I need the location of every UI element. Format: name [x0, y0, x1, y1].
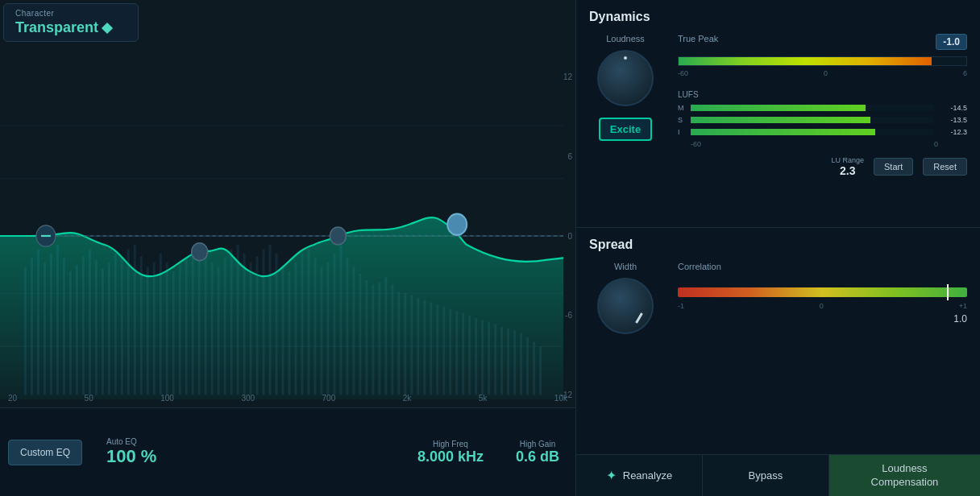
true-peak-meter: [678, 56, 967, 66]
lufs-i-letter: I: [678, 128, 686, 136]
svg-point-90: [330, 227, 346, 245]
lufs-i-fill: [691, 129, 875, 135]
left-panel: Character Transparent 12 6 0 -6 -12: [0, 0, 576, 496]
character-diamond-icon[interactable]: [102, 22, 113, 33]
lufs-m-bar: [691, 105, 933, 111]
main-container: Character Transparent 12 6 0 -6 -12: [0, 0, 980, 496]
loudness-comp-button[interactable]: LoudnessCompensation: [829, 455, 980, 496]
dynamics-section: Dynamics Loudness Excite True Peak: [576, 0, 980, 228]
knob-indicator: [624, 56, 627, 60]
character-header: Character Transparent: [3, 3, 139, 42]
lufs-row-m: M -14.5: [678, 104, 967, 112]
loudness-knob[interactable]: [597, 50, 654, 106]
correlation-meter: [678, 287, 967, 297]
width-knob-container: [597, 278, 654, 334]
lufs-m-value: -14.5: [938, 104, 967, 112]
lufs-m-fill: [691, 105, 866, 111]
lu-range-value: 2.3: [840, 164, 855, 177]
reanalyze-label: Reanalyze: [623, 469, 672, 482]
high-freq-label: High Freq: [433, 440, 468, 448]
true-peak-header: True Peak -1.0: [678, 34, 967, 50]
correlation-column: Correlation -1 0 +1 1.0: [678, 262, 967, 440]
lu-range-row: LU Range 2.3 Start Reset: [678, 156, 967, 177]
dynamics-title: Dynamics: [589, 10, 967, 24]
lufs-i-bar: [691, 129, 933, 135]
character-text: Transparent: [15, 19, 98, 36]
svg-point-89: [192, 243, 208, 261]
right-panel: Dynamics Loudness Excite True Peak: [576, 0, 980, 496]
character-value: Transparent: [15, 19, 127, 36]
high-gain-label: High Gain: [520, 440, 555, 448]
reanalyze-button[interactable]: ✦ Reanalyze: [576, 455, 703, 496]
knob-line: [635, 312, 643, 324]
auto-eq-section: Auto EQ 100 %: [106, 437, 156, 467]
loudness-label: Loudness: [606, 34, 645, 43]
lu-range-group: LU Range 2.3: [831, 156, 864, 177]
lufs-title: LUFS: [678, 90, 967, 99]
excite-button[interactable]: Excite: [599, 118, 652, 141]
eq-svg: [0, 72, 575, 399]
true-peak-fill: [679, 57, 932, 65]
high-freq-value: 8.000 kHz: [417, 448, 484, 465]
correlation-bar: [678, 287, 967, 297]
true-peak-scale: -60 0 6: [678, 69, 967, 77]
lufs-s-value: -13.5: [938, 116, 967, 124]
auto-eq-label: Auto EQ: [106, 437, 156, 446]
true-peak-value: -1.0: [936, 34, 967, 50]
loudness-comp-label: LoudnessCompensation: [871, 462, 939, 490]
loudness-knob-container: [597, 50, 654, 106]
high-gain-value: 0.6 dB: [516, 448, 559, 465]
lu-range-label: LU Range: [831, 156, 864, 164]
high-freq-param: High Freq 8.000 kHz: [417, 440, 484, 465]
bottom-bar: Custom EQ Auto EQ 100 % High Freq 8.000 …: [0, 407, 575, 496]
svg-point-91: [447, 214, 467, 235]
width-label: Width: [614, 262, 637, 271]
lufs-s-fill: [691, 117, 870, 123]
action-bar: ✦ Reanalyze Bypass LoudnessCompensation: [576, 454, 980, 496]
character-label: Character: [15, 9, 127, 18]
spread-title: Spread: [589, 238, 967, 252]
custom-eq-button[interactable]: Custom EQ: [8, 440, 82, 465]
width-knob[interactable]: [597, 278, 654, 334]
lufs-i-value: -12.3: [938, 128, 967, 136]
lufs-row-i: I -12.3: [678, 128, 967, 136]
dynamics-content: Loudness Excite True Peak -1.0: [589, 34, 967, 213]
bypass-button[interactable]: Bypass: [703, 455, 829, 496]
lufs-row-s: S -13.5: [678, 116, 967, 124]
lufs-m-letter: M: [678, 104, 686, 112]
correlation-scale: -1 0 +1: [678, 302, 967, 310]
correlation-indicator: [947, 284, 949, 300]
correlation-value: 1.0: [678, 313, 967, 324]
sparkle-icon: ✦: [606, 468, 617, 483]
spread-content: Width Correlation -1: [589, 262, 967, 440]
correlation-label: Correlation: [678, 262, 967, 271]
loudness-column: Loudness Excite: [589, 34, 662, 213]
high-gain-param: High Gain 0.6 dB: [516, 440, 559, 465]
lufs-scale: -60 0: [678, 140, 967, 148]
lufs-s-letter: S: [678, 116, 686, 124]
bottom-params: High Freq 8.000 kHz High Gain 0.6 dB: [417, 440, 559, 465]
lufs-s-bar: [691, 117, 933, 123]
true-peak-label: True Peak: [678, 34, 718, 43]
spread-section: Spread Width Correlation: [576, 228, 980, 455]
freq-labels: 20 50 100 300 700 2k 5k 10k: [8, 394, 567, 403]
true-peak-column: True Peak -1.0 -60 0 6 LUFS: [678, 34, 967, 213]
auto-eq-value: 100 %: [106, 446, 156, 467]
start-button[interactable]: Start: [874, 158, 913, 176]
width-column: Width: [589, 262, 662, 440]
reset-button[interactable]: Reset: [923, 158, 967, 176]
lufs-section: LUFS M -14.5 S: [678, 90, 967, 148]
eq-graph[interactable]: [0, 72, 575, 399]
